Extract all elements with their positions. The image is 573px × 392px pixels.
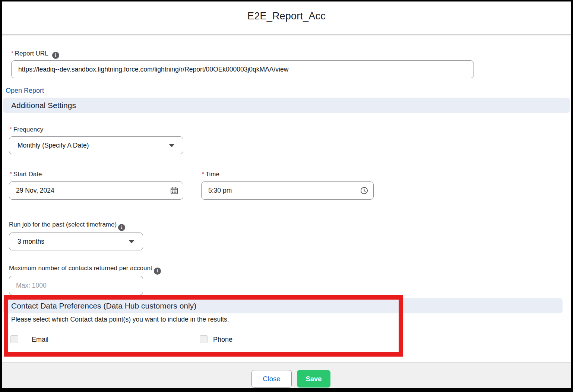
frequency-select[interactable]: Monthly (Specify A Date)	[9, 136, 183, 154]
additional-settings-header: Additional Settings	[3, 98, 570, 113]
info-icon[interactable]: i	[154, 268, 161, 275]
required-asterisk: *	[11, 50, 13, 56]
email-checkbox-label: Email	[32, 336, 48, 344]
clock-icon[interactable]	[360, 186, 368, 195]
report-url-label: *Report URLi	[11, 50, 59, 59]
chevron-down-icon	[169, 144, 175, 147]
required-asterisk: *	[10, 170, 12, 177]
frequency-selected-value: Monthly (Specify A Date)	[18, 142, 89, 149]
close-button[interactable]: Close	[251, 370, 292, 388]
max-contacts-label: Maximum number of contacts returned per …	[9, 265, 161, 275]
time-input[interactable]	[201, 181, 374, 200]
page-title: E2E_Report_Acc	[0, 10, 573, 22]
open-report-link[interactable]: Open Report	[6, 87, 44, 95]
schedule-report-dialog: E2E_Report_Acc *Report URLi Open Report …	[0, 0, 573, 392]
phone-checkbox-label: Phone	[213, 336, 232, 344]
contact-data-preferences-description: Please select which Contact data point(s…	[11, 316, 229, 323]
info-icon[interactable]: i	[118, 224, 125, 231]
required-asterisk: *	[10, 126, 12, 132]
run-job-selected-value: 3 months	[18, 238, 44, 246]
calendar-icon[interactable]	[170, 186, 178, 195]
required-asterisk: *	[202, 170, 204, 177]
chevron-down-icon	[129, 240, 134, 243]
report-url-input[interactable]	[11, 60, 474, 78]
email-checkbox[interactable]	[10, 335, 18, 343]
frequency-label: *Frequency	[10, 126, 43, 133]
title-divider	[0, 34, 573, 35]
info-icon[interactable]: i	[52, 52, 59, 59]
run-job-label: Run job for the past (select timeframe)i	[9, 221, 125, 231]
time-label: *Time	[202, 170, 219, 178]
save-button[interactable]: Save	[297, 370, 330, 388]
contact-data-preferences-header: Contact Data Preferences (Data Hub custo…	[3, 298, 563, 313]
start-date-input[interactable]	[9, 181, 183, 200]
phone-checkbox[interactable]	[200, 335, 208, 343]
max-contacts-input[interactable]	[9, 276, 143, 295]
start-date-label: *Start Date	[10, 170, 42, 178]
run-job-select[interactable]: 3 months	[9, 233, 143, 250]
